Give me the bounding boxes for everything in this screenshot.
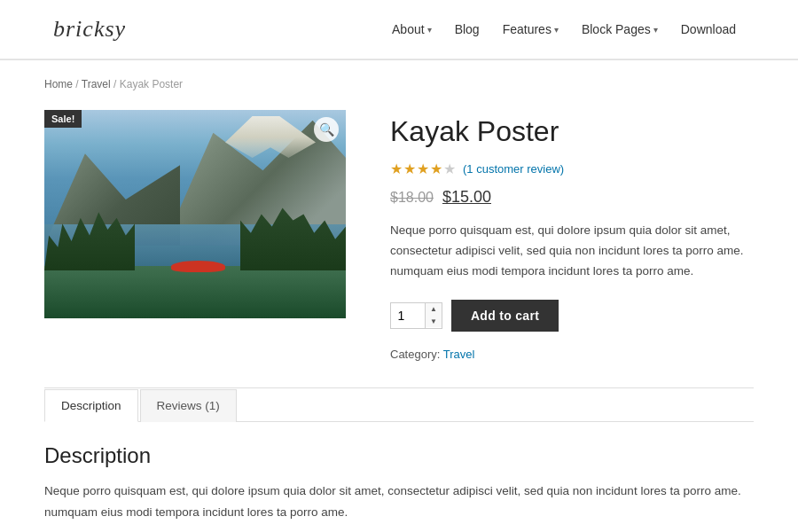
main-content: Home / Travel / Kayak Poster Sale! 🔍: [18, 60, 780, 532]
star-5: ★: [443, 160, 456, 177]
breadcrumb-home[interactable]: Home: [44, 78, 73, 90]
star-4: ★: [430, 160, 442, 177]
logo[interactable]: bricksy: [53, 16, 126, 43]
product-short-description: Neque porro quisquam est, qui dolore ips…: [390, 221, 754, 282]
sale-badge: Sale!: [44, 110, 82, 128]
description-heading: Description: [44, 443, 754, 468]
price-row: $18.00 $15.00: [390, 188, 754, 207]
breadcrumb: Home / Travel / Kayak Poster: [44, 78, 754, 90]
product-title: Kayak Poster: [390, 114, 754, 148]
main-nav: About ▾ Blog Features ▾ Block Pages ▾ Do…: [383, 17, 745, 42]
add-to-cart-button[interactable]: Add to cart: [451, 300, 559, 332]
rating-row: ★ ★ ★ ★ ★ (1 customer review): [390, 160, 754, 177]
chevron-down-icon: ▾: [427, 25, 432, 35]
description-text: Neque porro quisquam est, qui dolore ips…: [44, 481, 754, 522]
nav-block-pages[interactable]: Block Pages ▾: [573, 17, 667, 42]
product-details: Kayak Poster ★ ★ ★ ★ ★ (1 customer revie…: [390, 110, 754, 361]
category-row: Category: Travel: [390, 348, 754, 361]
price-old: $18.00: [390, 190, 434, 206]
quantity-down-button[interactable]: ▼: [426, 316, 442, 328]
header: bricksy About ▾ Blog Features ▾ Block Pa…: [0, 0, 798, 59]
quantity-spinners: ▲ ▼: [425, 303, 442, 328]
breadcrumb-category[interactable]: Travel: [82, 78, 111, 90]
tabs-section: Description Reviews (1) Description Nequ…: [44, 387, 754, 531]
star-3: ★: [417, 160, 429, 177]
nav-blog[interactable]: Blog: [446, 17, 489, 42]
quantity-wrapper: ▲ ▼: [390, 302, 442, 329]
chevron-down-icon: ▾: [653, 25, 658, 35]
canoe-body: [171, 261, 225, 272]
tab-content: Description Neque porro quisquam est, qu…: [44, 421, 754, 531]
nav-features[interactable]: Features ▾: [494, 17, 567, 42]
chevron-down-icon: ▾: [554, 25, 559, 35]
star-2: ★: [403, 160, 416, 177]
cart-row: ▲ ▼ Add to cart: [390, 300, 754, 332]
nav-download[interactable]: Download: [672, 17, 745, 42]
category-link[interactable]: Travel: [443, 348, 475, 361]
zoom-icon[interactable]: 🔍: [314, 117, 339, 142]
tabs-bar: Description Reviews (1): [44, 388, 754, 421]
breadcrumb-current: Kayak Poster: [120, 78, 183, 90]
star-rating: ★ ★ ★ ★ ★: [390, 160, 456, 177]
quantity-input[interactable]: [391, 303, 425, 328]
tab-description[interactable]: Description: [44, 389, 138, 422]
nav-about[interactable]: About ▾: [383, 17, 441, 42]
product-image: [44, 110, 346, 318]
quantity-up-button[interactable]: ▲: [426, 303, 442, 316]
canoe-decoration: [171, 256, 225, 273]
review-link[interactable]: (1 customer review): [463, 162, 564, 176]
category-label: Category:: [390, 348, 440, 361]
tab-reviews[interactable]: Reviews (1): [140, 389, 237, 422]
product-image-wrap: Sale! 🔍: [44, 110, 346, 318]
price-new: $15.00: [442, 188, 491, 207]
product-section: Sale! 🔍 Kayak Poster ★ ★: [44, 110, 754, 361]
star-1: ★: [390, 160, 403, 177]
